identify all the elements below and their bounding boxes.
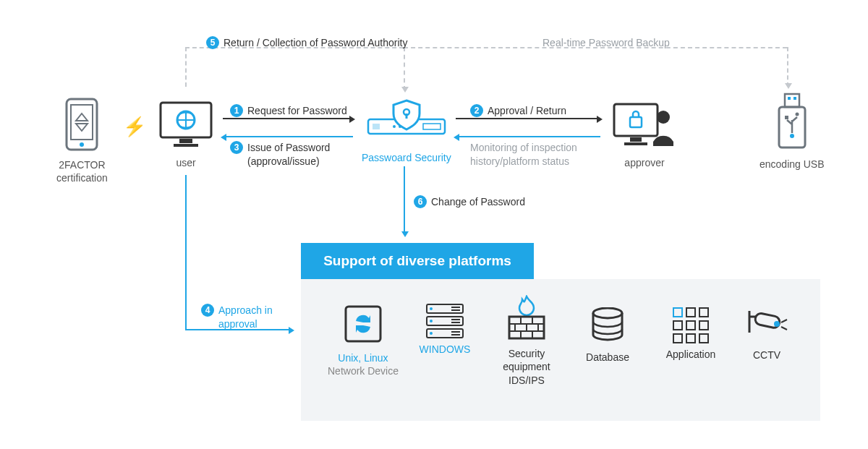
backup-label: Real-time Password Backup [542, 36, 670, 50]
step-3-badge: 3 [230, 141, 243, 154]
usb-label: encoding USB [760, 158, 825, 171]
arrow-6 [404, 166, 405, 235]
svg-point-19 [657, 111, 670, 124]
svg-point-26 [795, 113, 799, 116]
step-1-text: Request for Password [247, 104, 347, 118]
svg-rect-14 [405, 114, 407, 119]
platform-unix: Unix, Linux Network Device [324, 304, 402, 378]
step-5-text: Return / Collection of Password Authorit… [224, 36, 407, 50]
platform-windows: WINDOWS [412, 304, 477, 356]
step-6-text: Change of Password [431, 195, 525, 209]
monitor-icon [158, 100, 214, 152]
arrow-2 [456, 118, 600, 119]
ps-label: Passwoard Security [362, 151, 451, 164]
dashed-right-down [787, 47, 788, 87]
arrow-monitor [456, 136, 600, 137]
svg-rect-17 [624, 142, 647, 145]
monitor-step: Monitoring of inspection history/platfor… [470, 141, 577, 168]
svg-rect-8 [373, 124, 380, 129]
backup-text: Real-time Password Backup [542, 36, 670, 50]
db-label: Database [586, 351, 629, 364]
unix-label: Unix, Linux Network Device [328, 351, 399, 377]
svg-point-2 [80, 142, 84, 147]
usb-icon [772, 93, 812, 153]
step-2-text: Approval / Return [488, 104, 566, 118]
firewall-icon [505, 295, 548, 343]
step-1-badge: 1 [230, 104, 243, 117]
platform-security: Security equipment IDS/IPS [490, 295, 563, 387]
svg-point-29 [593, 308, 622, 318]
cctv-icon [745, 304, 788, 344]
svg-rect-18 [630, 117, 642, 127]
svg-point-9 [393, 125, 396, 128]
servers-icon [426, 304, 464, 338]
svg-rect-5 [174, 144, 198, 147]
database-icon [590, 307, 625, 346]
step-4-badge: 4 [201, 304, 214, 317]
dashed-left-up [185, 47, 187, 87]
user-label: user [176, 156, 195, 169]
app-label: Application [666, 348, 716, 361]
platform-cctv: CCTV [738, 304, 796, 362]
svg-rect-20 [785, 94, 799, 107]
svg-rect-22 [793, 97, 796, 100]
step-5: 5 Return / Collection of Password Author… [206, 36, 407, 50]
step-1: 1 Request for Password [230, 104, 347, 118]
arrow-4-v [185, 175, 187, 329]
twofactor-label: 2FACTOR certification [56, 158, 108, 184]
svg-rect-25 [785, 116, 788, 119]
step-4-text: Approach in approval [218, 304, 273, 331]
cctv-label: CCTV [753, 348, 780, 362]
svg-rect-21 [788, 97, 791, 100]
step-6: 6 Change of Password [414, 195, 525, 209]
app-grid-icon [673, 307, 709, 343]
node-2factor: 2FACTOR certification [56, 98, 108, 185]
step-2-badge: 2 [470, 104, 483, 117]
dashed-center-down [404, 47, 405, 90]
step-4: 4 Approach in approval [201, 304, 273, 331]
refresh-box-icon [343, 304, 383, 347]
monitor-text: Monitoring of inspection history/platfor… [470, 141, 577, 168]
bolt-icon: ⚡ [123, 116, 146, 138]
platform-database: Database [579, 307, 637, 364]
platform-application: Application [658, 307, 723, 361]
node-user: user [158, 100, 214, 169]
shield-server-icon [364, 98, 449, 147]
phone-icon [65, 98, 98, 154]
diagram-canvas: 5 Return / Collection of Password Author… [0, 0, 868, 449]
step-3: 3 Issue of Password (approval/issue) [230, 141, 330, 168]
node-approver: approver [611, 100, 678, 169]
step-3-text: Issue of Password (approval/issue) [247, 141, 330, 168]
svg-rect-1 [71, 105, 93, 140]
svg-point-31 [774, 321, 780, 327]
step-5-badge: 5 [206, 36, 219, 49]
svg-rect-4 [179, 139, 192, 143]
approver-icon [611, 100, 678, 152]
step-2: 2 Approval / Return [470, 104, 566, 118]
arrow-1 [223, 118, 353, 119]
node-password-security: Passwoard Security [362, 98, 451, 164]
arrow-3 [223, 136, 353, 137]
banner-platforms: Support of diverse platforms [301, 243, 534, 279]
svg-rect-12 [423, 124, 441, 129]
node-usb: encoding USB [760, 93, 825, 171]
svg-point-24 [790, 134, 794, 138]
approver-label: approver [624, 156, 664, 169]
svg-rect-15 [614, 104, 658, 136]
sec-label: Security equipment IDS/IPS [503, 347, 550, 387]
win-label: WINDOWS [420, 343, 471, 356]
step-6-badge: 6 [414, 195, 427, 208]
svg-rect-16 [630, 137, 642, 142]
svg-rect-27 [346, 307, 380, 341]
